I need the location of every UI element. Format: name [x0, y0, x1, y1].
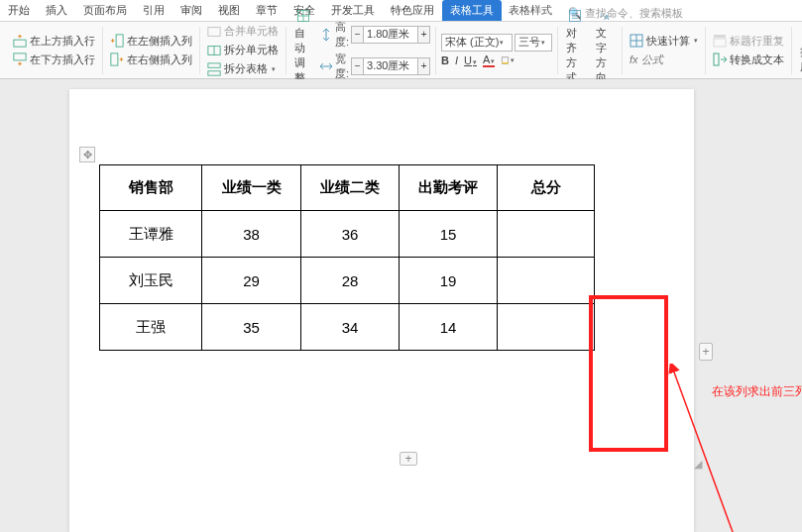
- svg-rect-23: [503, 61, 509, 62]
- table-header-row: 销售部 业绩一类 业绩二类 出勤考评 总分: [100, 165, 595, 211]
- table-cell[interactable]: 15: [400, 211, 498, 258]
- fast-calc-button[interactable]: 快速计算▾: [628, 33, 700, 50]
- font-name-select[interactable]: 宋体 (正文)▾: [441, 34, 513, 52]
- tab-table-tools[interactable]: 表格工具: [442, 0, 502, 21]
- font-color-button[interactable]: A▾: [483, 53, 495, 67]
- insert-col-left-button[interactable]: 在左侧插入列: [108, 33, 194, 50]
- formula-button[interactable]: fx 公式: [628, 52, 700, 68]
- sort-button[interactable]: AZ排序: [797, 25, 802, 75]
- svg-rect-34: [714, 39, 726, 47]
- insert-col-right-button[interactable]: 在右侧插入列: [108, 52, 194, 68]
- ribbon-toolbar: 在上方插入行 在下方插入行 在左侧插入列 在右侧插入列 合并单元格 拆分单元格 …: [0, 22, 802, 79]
- sales-table[interactable]: 销售部 业绩一类 业绩二类 出勤考评 总分 王谭雅 38 36 15 刘玉民 2…: [99, 164, 595, 351]
- table-cell[interactable]: 19: [400, 258, 498, 304]
- width-value[interactable]: 3.30厘米: [363, 57, 418, 75]
- align-icon: [566, 7, 584, 25]
- tab-insert[interactable]: 插入: [38, 0, 75, 21]
- split-cell-button[interactable]: 拆分单元格: [205, 42, 281, 58]
- tab-ref[interactable]: 引用: [135, 0, 172, 21]
- tab-layout[interactable]: 页面布局: [75, 0, 135, 21]
- plus-icon[interactable]: +: [418, 57, 430, 75]
- group-insert-cols: 在左侧插入列 在右侧插入列: [103, 27, 200, 74]
- plus-icon: +: [404, 452, 411, 466]
- svg-rect-33: [714, 35, 726, 38]
- merge-cells-button[interactable]: 合并单元格: [205, 23, 281, 40]
- tab-view[interactable]: 视图: [210, 0, 248, 21]
- insert-col-left-icon: [110, 34, 124, 48]
- group-formula: 快速计算▾ fx 公式: [623, 27, 706, 74]
- insert-row-above-button[interactable]: 在上方插入行: [11, 33, 97, 50]
- table-cell[interactable]: 34: [301, 304, 400, 351]
- tab-table-style[interactable]: 表格样式: [503, 0, 558, 21]
- svg-rect-3: [14, 53, 26, 60]
- group-size: 自动调整▾ 高度: −1.80厘米+ 宽度: −3.30厘米+: [286, 27, 436, 74]
- table-cell[interactable]: [498, 258, 595, 304]
- minus-icon[interactable]: −: [351, 26, 363, 44]
- height-value[interactable]: 1.80厘米: [363, 26, 418, 44]
- underline-button[interactable]: U▾: [464, 54, 477, 66]
- move-icon: ✥: [83, 149, 92, 161]
- table-cell[interactable]: 王谭雅: [100, 211, 202, 258]
- table-cell[interactable]: [498, 211, 595, 258]
- table-cell[interactable]: 14: [400, 304, 498, 351]
- tab-dev[interactable]: 开发工具: [323, 0, 383, 21]
- convert-to-text-button[interactable]: 转换成文本: [711, 52, 786, 68]
- tab-review[interactable]: 审阅: [172, 0, 210, 21]
- table-header[interactable]: 业绩一类: [202, 165, 301, 211]
- text-direction-icon: IA: [596, 7, 614, 25]
- repeat-header-icon: [713, 34, 727, 48]
- dropdown-icon: ▾: [511, 56, 515, 64]
- table-resize-handle[interactable]: ◢: [694, 458, 704, 468]
- tab-chapter[interactable]: 章节: [248, 0, 286, 21]
- height-stepper[interactable]: −1.80厘米+: [351, 26, 430, 44]
- table-cell[interactable]: 35: [202, 304, 301, 351]
- svg-rect-15: [208, 62, 220, 66]
- dropdown-icon: ▾: [694, 37, 698, 45]
- svg-rect-9: [111, 53, 118, 65]
- tab-feature[interactable]: 特色应用: [383, 0, 442, 21]
- table-header[interactable]: 出勤考评: [400, 165, 498, 211]
- table-cell[interactable]: 38: [202, 211, 301, 258]
- width-label: 宽度:: [335, 52, 349, 81]
- italic-button[interactable]: I: [455, 54, 458, 66]
- table-cell[interactable]: 28: [301, 258, 400, 304]
- fast-calc-icon: [630, 34, 643, 48]
- split-table-icon: [207, 62, 221, 76]
- table-row: 刘玉民 29 28 19: [100, 258, 595, 304]
- tab-start[interactable]: 开始: [0, 0, 38, 21]
- width-stepper[interactable]: −3.30厘米+: [351, 57, 430, 75]
- svg-text:I: I: [600, 10, 602, 17]
- group-align: 对齐方式▾ IA文字方向▾: [558, 27, 623, 74]
- table-add-row-handle[interactable]: +: [400, 452, 417, 466]
- svg-rect-6: [116, 35, 123, 47]
- table-move-handle[interactable]: ✥: [79, 147, 95, 162]
- table-cell[interactable]: 刘玉民: [100, 258, 202, 304]
- table-cell[interactable]: 王强: [100, 304, 202, 351]
- svg-rect-12: [208, 27, 220, 36]
- svg-rect-0: [14, 40, 26, 47]
- insert-row-below-button[interactable]: 在下方插入行: [11, 52, 97, 68]
- minus-icon[interactable]: −: [351, 57, 363, 75]
- autofit-icon: [294, 7, 312, 25]
- group-sort: AZ排序: [792, 27, 802, 74]
- repeat-header-button[interactable]: 标题行重复: [711, 33, 786, 50]
- table-header[interactable]: 销售部: [100, 165, 202, 211]
- table-cell[interactable]: [498, 304, 595, 351]
- table-header[interactable]: 总分: [498, 165, 595, 211]
- merge-cells-icon: [207, 25, 221, 39]
- table-header[interactable]: 业绩二类: [301, 165, 400, 211]
- table-cell[interactable]: 29: [202, 258, 301, 304]
- plus-icon: +: [702, 345, 709, 359]
- svg-text:A: A: [604, 12, 610, 21]
- group-font: 宋体 (正文)▾ 三号▾ B I U▾ A▾ ▾: [436, 27, 558, 74]
- bold-button[interactable]: B: [441, 54, 449, 66]
- plus-icon[interactable]: +: [418, 26, 430, 44]
- table-cell[interactable]: 36: [301, 211, 400, 258]
- highlight-button[interactable]: ▾: [501, 53, 515, 67]
- table-row: 王谭雅 38 36 15: [100, 211, 595, 258]
- split-table-button[interactable]: 拆分表格▾: [205, 60, 281, 77]
- table-add-col-handle[interactable]: +: [699, 343, 713, 361]
- callout-text: 在该列求出前三列的总和: [712, 383, 802, 400]
- dropdown-icon: ▾: [473, 58, 477, 65]
- font-size-select[interactable]: 三号▾: [515, 34, 552, 52]
